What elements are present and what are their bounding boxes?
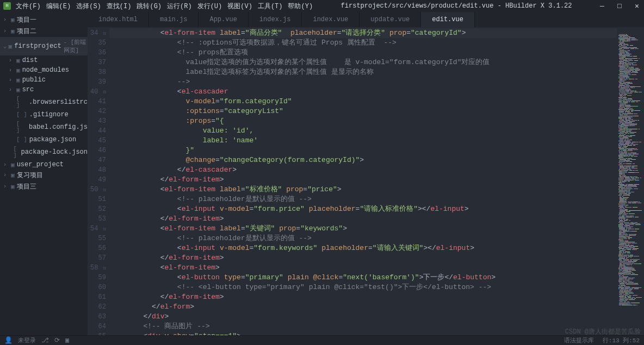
code-line[interactable]: <el-input v-model="form.price" placehold… (109, 204, 617, 214)
code-line[interactable]: <!-- <el-button type="primary" plain @cl… (109, 283, 617, 292)
code-line[interactable]: </el-form-item> (109, 292, 617, 302)
code-line[interactable]: <el-form-item> (109, 263, 617, 273)
close-icon[interactable]: ✕ (633, 2, 641, 10)
code-line[interactable]: </el-cascader> (109, 165, 617, 175)
chevron-right-icon: › (3, 184, 10, 190)
code-line[interactable]: }" (109, 146, 617, 155)
code-line[interactable]: <el-form-item label="关键词" prop="keywords… (109, 224, 617, 234)
folder-icon: ▣ (11, 172, 15, 179)
code-line[interactable]: </div> (109, 312, 617, 322)
line-number: 48 (88, 165, 109, 175)
folder-icon: ▣ (11, 16, 15, 23)
code-line[interactable]: <el-form-item label="商品分类" placeholder="… (109, 28, 617, 38)
minimap[interactable] (617, 27, 644, 335)
menu-item[interactable]: 编辑(E) (45, 1, 73, 12)
menu-item[interactable]: 帮助(Y) (286, 1, 314, 12)
login-status[interactable]: 未登录 (18, 336, 36, 344)
editor-tab[interactable]: index.js (249, 12, 302, 27)
terminal-icon[interactable]: ▣ (65, 336, 69, 344)
code-line[interactable]: v-model="form.categoryId" (109, 97, 617, 106)
tree-folder-item[interactable]: ›▣public (0, 75, 88, 85)
folder-icon: ▣ (16, 57, 20, 64)
tree-folder-item[interactable]: ›▣node_modules (0, 65, 88, 75)
tree-file-item[interactable]: [ ].gitignore (0, 110, 88, 120)
line-number: 47 (88, 155, 109, 165)
code-line[interactable]: label: 'name' (109, 136, 617, 146)
code-line[interactable]: :options="categoryList" (109, 106, 617, 116)
code-line[interactable]: <el-input v-model="form.keywords" placeh… (109, 243, 617, 253)
line-gutter: 34 ⊟353637383940 ⊟41424344454647484950 ⊟… (88, 27, 109, 335)
line-number: 36 (88, 48, 109, 58)
code-line[interactable]: </el-form-item> (109, 175, 617, 185)
code-line[interactable]: <!-- placeholder是默认显示的值 --> (109, 234, 617, 243)
code-line[interactable]: <el-cascader (109, 87, 617, 97)
tree-folder-item[interactable]: ⌄▣firstproject - [前端网页] (0, 37, 88, 55)
tree-folder-item[interactable]: ›▣src (0, 85, 88, 95)
menu-item[interactable]: 选择(S) (75, 1, 103, 12)
editor-tab[interactable]: main.js (149, 12, 199, 27)
folder-icon: ▣ (11, 183, 15, 190)
code-line[interactable]: <el-form-item label="标准价格" prop="price"> (109, 185, 617, 195)
code-line[interactable]: value指定选项的值为选项对象的某个属性值 是 v-model="form.c… (109, 58, 617, 67)
code-line[interactable]: label指定选项标签为选项对象的某个属性值 是显示的名称 (109, 67, 617, 77)
cursor-position[interactable]: 行:13 列:52 (603, 336, 640, 344)
menu-item[interactable]: 查找(I) (105, 1, 133, 12)
project-explorer[interactable]: ›▣项目一›▣项目二⌄▣firstproject - [前端网页]›▣dist›… (0, 12, 88, 335)
chevron-right-icon: › (3, 28, 10, 34)
file-icon: [ ] (16, 96, 27, 109)
line-number: 50 ⊟ (88, 185, 109, 195)
line-number: 44 (88, 126, 109, 136)
editor-tab[interactable]: update.vue (360, 12, 421, 27)
tree-item-suffix: - [前端网页] (64, 38, 88, 54)
code-line[interactable]: </el-form> (109, 302, 617, 312)
code-line[interactable]: <!-- props配置选项 (109, 48, 617, 58)
tree-folder-item[interactable]: ›▣项目三 (0, 181, 88, 192)
tree-folder-item[interactable]: ›▣复习项目 (0, 170, 88, 181)
line-number: 38 (88, 67, 109, 77)
menu-item[interactable]: 工具(T) (256, 1, 284, 12)
syntax-lib[interactable]: 语法提示库 (564, 336, 594, 344)
tree-folder-item[interactable]: ›▣项目一 (0, 14, 88, 26)
tree-file-item[interactable]: [ ]package.json (0, 135, 88, 145)
code-line[interactable]: <el-button type="primary" plain @click="… (109, 273, 617, 283)
editor-tab[interactable]: index.html (88, 12, 149, 27)
code-line[interactable]: </el-form-item> (109, 253, 617, 263)
menu-item[interactable]: 运行(R) (165, 1, 194, 12)
menu-item[interactable]: 跳转(G) (135, 1, 163, 12)
tree-file-item[interactable]: [ ].browserslistrc (0, 95, 88, 110)
tree-folder-item[interactable]: ›▣user_project (0, 160, 88, 170)
sync-icon[interactable]: ⟳ (54, 336, 60, 344)
status-bar: 👤 未登录 ⎇ ⟳ ▣ 语法提示库 行:13 列:52 (0, 335, 644, 345)
code-line[interactable]: value: 'id', (109, 126, 617, 136)
editor-tab[interactable]: index.vue (302, 12, 360, 27)
folder-icon: ▣ (11, 28, 15, 35)
editor-tabs: index.htmlmain.jsApp.vueindex.jsindex.vu… (88, 12, 644, 27)
tree-folder-item[interactable]: ›▣项目二 (0, 26, 88, 37)
code-line[interactable]: <!-- :options可选项数据源，键名可通过 Props 属性配置 --> (109, 38, 617, 48)
minimize-icon[interactable]: — (598, 2, 606, 10)
tree-file-item[interactable]: [ ]babel.config.js (0, 120, 88, 135)
code-line[interactable]: <!-- 商品图片 --> (109, 322, 617, 331)
line-number: 46 (88, 146, 109, 155)
branch-icon[interactable]: ⎇ (41, 336, 49, 344)
menu-item[interactable]: 文件(F) (14, 1, 42, 12)
code-line[interactable]: @change="changeCategory(form.categoryId)… (109, 155, 617, 165)
editor-tab[interactable]: App.vue (199, 12, 248, 27)
menu-item[interactable]: 发行(U) (196, 1, 224, 12)
titlebar: H 文件(F)编辑(E)选择(S)查找(I)跳转(G)运行(R)发行(U)视图(… (0, 0, 644, 12)
tree-file-item[interactable]: [ ]package-lock.json (0, 145, 88, 160)
code-editor[interactable]: <el-form-item label="商品分类" placeholder="… (109, 27, 617, 335)
line-number: 55 (88, 234, 109, 243)
tree-folder-item[interactable]: ›▣dist (0, 55, 88, 65)
code-line[interactable]: <!-- placeholder是默认显示的值 --> (109, 195, 617, 204)
code-line[interactable]: <div v-show="step===1"> (109, 331, 617, 335)
folder-icon: ▣ (9, 43, 13, 50)
menu-item[interactable]: 视图(V) (226, 1, 254, 12)
code-line[interactable]: </el-form-item> (109, 214, 617, 224)
user-icon[interactable]: 👤 (4, 336, 13, 344)
maximize-icon[interactable]: □ (616, 2, 623, 10)
editor-tab[interactable]: edit.vue (421, 12, 475, 27)
code-line[interactable]: :props="{ (109, 116, 617, 126)
code-line[interactable]: --> (109, 77, 617, 87)
line-number: 35 (88, 38, 109, 48)
